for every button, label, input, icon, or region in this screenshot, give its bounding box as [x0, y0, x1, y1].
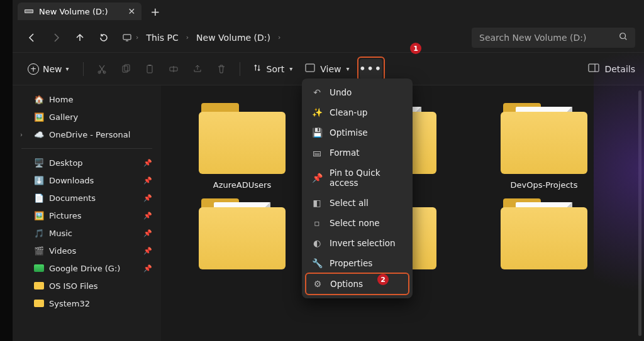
share-button[interactable]: [187, 58, 208, 80]
select-none-icon: ▫: [312, 218, 322, 228]
svg-rect-2: [123, 35, 131, 40]
sidebar-item-osiso[interactable]: OS ISO Files: [15, 277, 158, 295]
folder-icon: [195, 103, 289, 175]
annotation-badge-2: 2: [377, 274, 389, 285]
ellipsis-icon: •••: [359, 63, 382, 75]
menu-item-pin[interactable]: 📌Pin to Quick access: [306, 163, 409, 193]
new-tab-button[interactable]: +: [150, 5, 160, 18]
downloads-icon: ⬇️: [34, 175, 44, 185]
format-icon: 🖴: [312, 148, 322, 158]
folder-icon: [497, 103, 591, 175]
undo-icon: ↶: [312, 87, 322, 97]
copy-button[interactable]: [115, 58, 136, 80]
chevron-right-icon: ›: [277, 33, 282, 41]
forward-button[interactable]: [45, 27, 67, 48]
sidebar-item-gallery[interactable]: 🖼️Gallery: [15, 108, 158, 126]
sidebar-item-pictures[interactable]: 🖼️Pictures📌: [15, 207, 158, 224]
folder-item[interactable]: DevOps-Projects: [472, 103, 616, 190]
svg-rect-8: [147, 65, 152, 73]
svg-rect-12: [589, 64, 599, 72]
pin-icon: 📌: [312, 173, 322, 183]
crumb-this-pc[interactable]: This PC: [142, 30, 182, 45]
menu-item-optimise[interactable]: 💾Optimise: [306, 122, 409, 143]
folder-item[interactable]: [472, 198, 616, 276]
pin-icon: 📌: [143, 229, 152, 237]
folder-name: DevOps-Projects: [511, 180, 578, 190]
gallery-icon: 🖼️: [34, 112, 44, 122]
folder-icon: [34, 281, 44, 291]
broom-icon: ✨: [312, 107, 322, 117]
sidebar-item-music[interactable]: 🎵Music📌: [15, 224, 158, 242]
delete-button[interactable]: [211, 58, 232, 80]
svg-rect-1: [25, 10, 33, 13]
menu-item-invert[interactable]: ◐Invert selection: [306, 233, 409, 253]
chevron-down-icon: ▾: [66, 65, 69, 72]
menu-item-cleanup[interactable]: ✨Clean-up: [306, 102, 409, 122]
back-button[interactable]: [21, 27, 43, 48]
drive-icon: 💾: [312, 127, 322, 138]
more-button[interactable]: •••: [360, 59, 382, 79]
chevron-down-icon: ▾: [289, 65, 292, 72]
chevron-right-icon[interactable]: ›: [20, 131, 23, 138]
wrench-icon: 🔧: [312, 258, 322, 268]
folder-name: AzureADUsers: [213, 180, 271, 190]
svg-rect-9: [148, 65, 151, 66]
chevron-right-icon: ›: [185, 33, 190, 41]
svg-point-3: [620, 33, 626, 39]
sort-label: Sort: [267, 64, 285, 74]
search-input[interactable]: Search New Volume (D:): [472, 28, 635, 48]
close-tab-button[interactable]: ✕: [128, 6, 136, 16]
menu-item-options[interactable]: ⚙Options: [305, 273, 409, 295]
sidebar-item-onedrive[interactable]: ›☁️OneDrive - Personal: [15, 126, 158, 143]
select-all-icon: ◧: [312, 198, 322, 208]
onedrive-icon: ☁️: [34, 129, 44, 139]
chevron-right-icon: ›: [135, 33, 140, 41]
details-pane-button[interactable]: Details: [588, 63, 635, 74]
view-icon: [305, 63, 315, 74]
folder-item[interactable]: AzureADUsers: [170, 103, 314, 190]
divider: [21, 148, 152, 149]
paste-button[interactable]: [139, 58, 160, 80]
menu-item-select-none[interactable]: ▫Select none: [306, 213, 409, 233]
sidebar-item-downloads[interactable]: ⬇️Downloads📌: [15, 171, 158, 189]
up-button[interactable]: [69, 27, 91, 48]
tab-title: New Volume (D:): [39, 7, 108, 16]
menu-item-undo[interactable]: ↶Undo: [306, 82, 409, 102]
tab-bar: New Volume (D:) ✕ +: [13, 0, 644, 23]
rename-button[interactable]: [163, 58, 184, 80]
documents-icon: 📄: [34, 193, 44, 203]
sidebar-item-gdrive[interactable]: Google Drive (G:)📌: [15, 259, 158, 277]
invert-icon: ◐: [312, 238, 322, 248]
new-button[interactable]: + New ▾: [21, 60, 75, 78]
view-button[interactable]: View ▾: [300, 60, 354, 78]
sidebar-item-home[interactable]: 🏠Home: [15, 90, 158, 108]
music-icon: 🎵: [34, 228, 44, 238]
folder-item[interactable]: [170, 198, 314, 276]
svg-rect-11: [306, 64, 314, 72]
pin-icon: 📌: [143, 194, 152, 202]
sidebar-item-documents[interactable]: 📄Documents📌: [15, 189, 158, 207]
menu-item-format[interactable]: 🖴Format: [306, 143, 409, 163]
divider: [83, 62, 84, 76]
refresh-button[interactable]: [93, 27, 114, 48]
new-label: New: [43, 64, 62, 74]
videos-icon: 🎬: [34, 246, 44, 256]
menu-item-properties[interactable]: 🔧Properties: [306, 253, 409, 273]
chevron-down-icon: ▾: [347, 65, 350, 72]
gear-icon: ⚙: [313, 279, 323, 289]
menu-item-select-all[interactable]: ◧Select all: [306, 193, 409, 213]
search-icon: [619, 32, 628, 43]
scrollbar[interactable]: [638, 90, 641, 336]
view-label: View: [320, 64, 341, 74]
active-tab[interactable]: New Volume (D:) ✕: [18, 3, 142, 20]
sidebar-item-system32[interactable]: System32: [15, 295, 158, 312]
desktop-icon: 🖥️: [34, 158, 44, 168]
pictures-icon: 🖼️: [34, 210, 44, 220]
cut-button[interactable]: [91, 58, 113, 80]
search-placeholder: Search New Volume (D:): [479, 33, 586, 43]
crumb-volume[interactable]: New Volume (D:): [192, 30, 274, 45]
home-icon: 🏠: [34, 94, 44, 104]
sidebar-item-videos[interactable]: 🎬Videos📌: [15, 242, 158, 259]
sort-button[interactable]: Sort ▾: [248, 60, 298, 78]
sidebar-item-desktop[interactable]: 🖥️Desktop📌: [15, 154, 158, 171]
